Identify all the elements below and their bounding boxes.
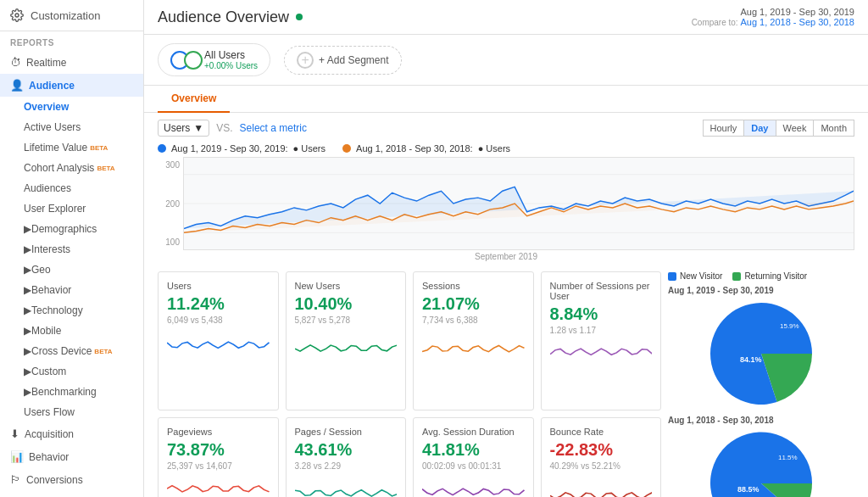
add-segment-button[interactable]: + + Add Segment xyxy=(284,46,401,75)
pie-period-label-1: Aug 1, 2019 - Sep 30, 2019 xyxy=(668,286,854,295)
legend-label-2019: Aug 1, 2019 - Sep 30, 2019: xyxy=(171,143,288,154)
metric-sparkline-7 xyxy=(550,476,653,498)
behavior-label: Behavior xyxy=(31,284,71,296)
metric-compare-7: 40.29% vs 52.21% xyxy=(550,461,653,471)
all-users-segment[interactable]: All Users +0.00% Users xyxy=(158,43,270,76)
metric-compare-3: 1.28 vs 1.17 xyxy=(550,326,653,335)
sidebar-item-acquisition[interactable]: ⬇ Acquisition xyxy=(0,422,143,445)
metric-label-2: Sessions xyxy=(422,281,525,291)
time-btn-month[interactable]: Month xyxy=(813,120,854,137)
reports-section-label: REPORTS xyxy=(0,31,143,51)
sidebar-item-users-flow[interactable]: Users Flow xyxy=(24,402,143,422)
y-label-200: 200 xyxy=(158,199,180,209)
sidebar-item-interests[interactable]: ▶ Interests xyxy=(24,239,143,260)
metric-compare-2: 7,734 vs 6,388 xyxy=(422,316,525,325)
sidebar-item-behavior[interactable]: ▶ Behavior xyxy=(24,280,143,300)
sidebar-item-lifetime-value[interactable]: Lifetime ValueBETA xyxy=(24,137,143,158)
tab-overview[interactable]: Overview xyxy=(158,86,230,113)
date-range-display: Aug 1, 2019 - Sep 30, 2019 Compare to: A… xyxy=(692,7,854,27)
sidebar-item-cross-device[interactable]: ▶ Cross DeviceBETA xyxy=(24,341,143,361)
metric-value-2: 21.07% xyxy=(422,294,525,314)
sidebar-item-behavior-main[interactable]: 📊 Behavior xyxy=(0,445,143,468)
pie-svg-1: 84.1% 15.9% xyxy=(706,299,816,409)
time-buttons: Hourly Day Week Month xyxy=(704,120,854,137)
sidebar-item-technology[interactable]: ▶ Technology xyxy=(24,300,143,321)
metric-sparkline-1 xyxy=(295,330,398,355)
metric-compare-0: 6,049 vs 5,438 xyxy=(167,316,270,325)
sidebar-item-realtime-label: Realtime xyxy=(26,57,66,69)
metric-card-4: Pageviews 73.87% 25,397 vs 14,607 xyxy=(158,417,279,498)
header-right: Aug 1, 2019 - Sep 30, 2019 Compare to: A… xyxy=(692,7,854,27)
metric-sparkline-6 xyxy=(422,476,525,498)
sidebar-item-audience[interactable]: 👤 Audience xyxy=(0,74,143,97)
beta-badge-cross-device: BETA xyxy=(94,348,112,355)
chart-controls: Users ▼ VS. Select a metric Hourly Day W… xyxy=(144,113,868,143)
geo-label: Geo xyxy=(31,264,51,276)
vs-text: VS. xyxy=(216,122,232,134)
sidebar-item-audience-label: Audience xyxy=(29,80,75,92)
page-title: Audience Overview xyxy=(158,8,303,26)
audiences-label: Audiences xyxy=(24,182,71,194)
line-chart xyxy=(184,158,854,249)
sidebar-item-geo[interactable]: ▶ Geo xyxy=(24,260,143,280)
beta-badge-cohort: BETA xyxy=(97,165,114,172)
metrics-grid: Users 11.24% 6,049 vs 5,438 New Users 10… xyxy=(158,271,661,497)
time-btn-hourly[interactable]: Hourly xyxy=(703,120,745,137)
benchmarking-label: Benchmarking xyxy=(31,386,97,398)
metric-sparkline-3 xyxy=(550,340,653,366)
sidebar-item-cohort-analysis[interactable]: Cohort AnalysisBETA xyxy=(24,158,143,178)
status-dot xyxy=(296,14,303,20)
metric-card-0: Users 11.24% 6,049 vs 5,438 xyxy=(158,271,279,410)
sidebar-item-conversions[interactable]: 🏳 Conversions xyxy=(0,468,143,491)
pie-svg-2: 88.5% 11.5% xyxy=(706,428,816,497)
arrow-icon-mobile: ▶ xyxy=(24,325,31,337)
customization-item[interactable]: Customization xyxy=(0,0,143,31)
time-btn-day[interactable]: Day xyxy=(743,120,776,137)
select-metric-link[interactable]: Select a metric xyxy=(240,122,307,134)
pie-chart-1: 84.1% 15.9% xyxy=(668,299,854,409)
sidebar-item-user-explorer[interactable]: User Explorer xyxy=(24,198,143,219)
cohort-analysis-label: Cohort Analysis xyxy=(24,162,94,174)
chart-svg-container xyxy=(183,157,854,250)
svg-point-0 xyxy=(15,14,19,17)
metric-label-6: Avg. Session Duration xyxy=(422,427,525,437)
main-header: Audience Overview Aug 1, 2019 - Sep 30, … xyxy=(144,0,868,35)
legend-series-2019: ● Users xyxy=(293,143,326,154)
y-label-300: 300 xyxy=(158,160,180,170)
sidebar-item-custom[interactable]: ▶ Custom xyxy=(24,361,143,382)
conversions-icon: 🏳 xyxy=(10,473,21,486)
compare-range-link[interactable]: Aug 1, 2018 - Sep 30, 2018 xyxy=(740,17,854,27)
chart-area: 300 200 100 September 2019 xyxy=(144,157,868,261)
sidebar-item-demographics[interactable]: ▶ Demographics xyxy=(24,219,143,239)
pie-period-label-2: Aug 1, 2018 - Sep 30, 2018 xyxy=(668,416,854,425)
metric-compare-4: 25,397 vs 14,607 xyxy=(167,461,270,471)
time-btn-week[interactable]: Week xyxy=(776,120,815,137)
demographics-label: Demographics xyxy=(31,223,97,235)
dropdown-arrow: ▼ xyxy=(193,122,203,134)
metrics-section: Users 11.24% 6,049 vs 5,438 New Users 10… xyxy=(144,261,868,497)
metric-dropdown[interactable]: Users ▼ xyxy=(158,120,209,137)
pie2-new-label: 88.5% xyxy=(737,485,760,494)
sidebar-item-overview[interactable]: Overview xyxy=(24,97,143,117)
sidebar-item-mobile[interactable]: ▶ Mobile xyxy=(24,321,143,341)
user-icon: 👤 xyxy=(10,79,24,92)
sidebar-item-audiences[interactable]: Audiences xyxy=(24,178,143,198)
metric-compare-5: 3.28 vs 2.29 xyxy=(295,461,398,471)
metric-value-5: 43.61% xyxy=(295,440,398,460)
segment-circles xyxy=(170,51,198,70)
technology-label: Technology xyxy=(31,304,83,316)
chart-legend: Aug 1, 2019 - Sep 30, 2019: ● Users Aug … xyxy=(144,143,868,157)
arrow-icon-benchmarking: ▶ xyxy=(24,386,31,398)
sidebar-item-active-users[interactable]: Active Users xyxy=(24,117,143,137)
settings-icon xyxy=(10,8,24,22)
users-flow-label: Users Flow xyxy=(24,406,75,418)
metric-selector: Users ▼ VS. Select a metric xyxy=(158,120,307,137)
behavior-main-label: Behavior xyxy=(29,451,69,463)
sidebar-item-realtime[interactable]: ⏱ Realtime xyxy=(0,51,143,74)
main-content: Audience Overview Aug 1, 2019 - Sep 30, … xyxy=(144,0,868,497)
date-range-text: Aug 1, 2019 - Sep 30, 2019 xyxy=(692,7,854,17)
user-explorer-label: User Explorer xyxy=(24,203,86,215)
chart-month-label: September 2019 xyxy=(158,252,854,261)
sidebar-item-benchmarking[interactable]: ▶ Benchmarking xyxy=(24,382,143,402)
legend-item-2019: Aug 1, 2019 - Sep 30, 2019: ● Users xyxy=(158,143,326,154)
